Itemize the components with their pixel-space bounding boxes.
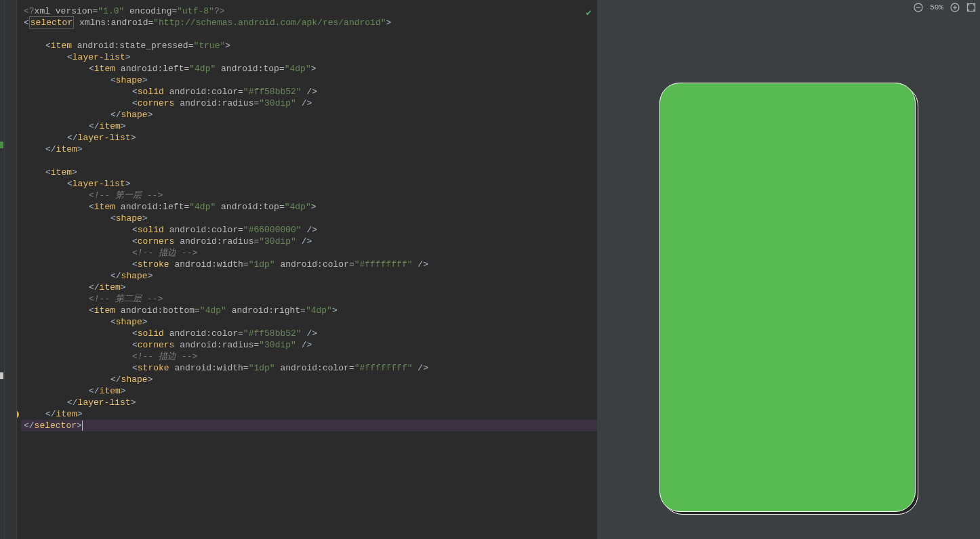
code-token: android:color= [164,86,243,98]
code-token: > [148,109,153,121]
code-token: > [131,132,136,144]
code-line[interactable]: <!-- 描边 --> [21,351,597,362]
zoom-out-button[interactable] [912,1,924,14]
code-line[interactable] [21,28,597,40]
code-token: > [142,213,148,224]
code-line[interactable]: </layer-list> [21,132,597,144]
code-editor[interactable]: ✔ <?xml version="1.0" encoding="utf-8"?>… [17,0,597,539]
code-token: selector [35,420,77,431]
code-token: solid [138,328,164,339]
code-token: item [94,63,115,74]
code-token: < [45,40,51,51]
code-token: < [132,236,138,247]
code-line[interactable]: <shape> [21,74,597,86]
code-token: > [225,40,230,51]
code-token: android:color= [164,328,243,339]
code-token: android:color= [164,224,243,236]
code-token: "utf-8" [177,5,214,17]
code-token: "#66000000" [243,224,302,236]
code-token: < [45,167,51,178]
code-token: layer-list [78,397,131,408]
code-token: item [100,385,121,397]
code-token: "true" [193,40,225,51]
code-token: "1dp" [249,362,275,374]
code-line[interactable]: <!-- 描边 --> [21,247,597,259]
intent-bulb-icon[interactable] [17,409,20,421]
code-token: > [121,121,126,132]
code-token: android:top= [216,201,284,213]
code-token: item [56,408,77,420]
code-line[interactable]: </item> [21,121,597,132]
code-token: < [110,316,116,328]
code-line[interactable]: <corners android:radius="30dip" /> [21,98,597,109]
code-line[interactable]: </selector> [21,420,597,431]
code-token: android:right= [226,305,306,316]
code-token: item [100,121,121,132]
code-line[interactable]: <shape> [21,213,597,224]
code-token: android:radius= [174,339,259,351]
code-token: shape [121,109,148,121]
code-token: layer-list [73,178,125,190]
code-line[interactable]: </shape> [21,270,597,282]
code-line[interactable]: </item> [21,144,597,155]
code-token: < [89,305,94,316]
code-token: layer-list [78,132,131,144]
code-line[interactable]: <layer-list> [21,178,597,190]
code-line[interactable]: </shape> [21,109,597,121]
code-token: </ [89,282,100,293]
code-token: item [51,40,72,51]
code-token: shape [116,316,142,328]
code-token: < [132,98,138,109]
code-token: ?> [214,5,225,17]
fold-gutter [5,0,17,539]
code-line[interactable]: <solid android:color="#66000000" /> [21,224,597,236]
code-token: < [132,86,138,98]
code-line[interactable]: <item android:state_pressed="true"> [21,40,597,51]
code-token: > [121,282,126,293]
code-line[interactable]: <item android:bottom="4dp" android:right… [21,305,597,316]
code-token: /> [302,86,317,98]
zoom-in-button[interactable] [949,1,961,14]
code-line[interactable]: <?xml version="1.0" encoding="utf-8"?> [21,5,597,17]
code-token: "#ffffffff" [354,362,413,374]
code-line[interactable]: <item android:left="4dp" android:top="4d… [21,201,597,213]
preview-scrollbar[interactable] [973,0,980,539]
code-token: "1.0" [98,5,124,17]
code-token: android:top= [216,63,284,74]
code-token: item [51,167,72,178]
code-line[interactable]: <stroke android:width="1dp" android:colo… [21,259,597,270]
code-line[interactable]: <corners android:radius="30dip" /> [21,339,597,351]
code-line[interactable]: <solid android:color="#ff58bb52" /> [21,86,597,98]
code-line[interactable]: <stroke android:width="1dp" android:colo… [21,362,597,374]
code-token: < [89,201,94,213]
code-line[interactable]: <shape> [21,316,597,328]
code-token: < [67,51,73,63]
code-token: "30dip" [259,98,296,109]
code-token: "#ff58bb52" [243,86,302,98]
code-line[interactable]: <corners android:radius="30dip" /> [21,236,597,247]
code-token: </ [110,374,121,385]
code-line[interactable]: <layer-list> [21,51,597,63]
code-line[interactable]: </item> [21,408,597,420]
gutter-change-marker[interactable] [0,372,3,379]
code-line[interactable]: </shape> [21,374,597,385]
code-line[interactable]: </item> [21,282,597,293]
code-token: > [311,63,317,74]
code-token: > [131,397,136,408]
code-token: "4dp" [200,305,226,316]
code-line[interactable]: <solid android:color="#ff58bb52" /> [21,328,597,339]
code-line[interactable]: <!-- 第一层 --> [21,190,597,201]
code-line[interactable]: </layer-list> [21,397,597,408]
code-line[interactable] [21,155,597,167]
code-token: /> [302,224,317,236]
code-token: < [132,362,138,374]
code-line[interactable]: <item android:left="4dp" android:top="4d… [21,63,597,74]
code-line[interactable]: <item> [21,167,597,178]
code-line[interactable]: </item> [21,385,597,397]
gutter-change-marker[interactable] [0,142,3,148]
code-line[interactable]: <!-- 第二层 --> [21,293,597,305]
code-token: > [332,305,338,316]
code-token: "http://schemas.android.com/apk/res/andr… [153,17,386,28]
code-token: solid [138,224,164,236]
code-line[interactable]: <selector xmlns:android="http://schemas.… [21,17,597,28]
